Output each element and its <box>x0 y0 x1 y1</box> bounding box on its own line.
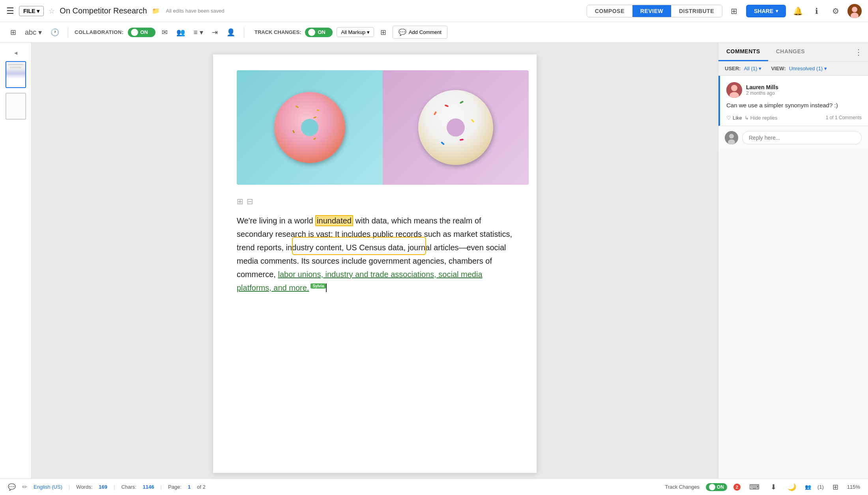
history-icon[interactable]: 🕐 <box>48 26 62 38</box>
hide-replies-button[interactable]: ↳ Hide replies <box>745 115 778 121</box>
track-changes-status-toggle[interactable]: ON <box>706 483 727 491</box>
indent-icon[interactable]: ⇥ <box>210 26 220 38</box>
user-filter-select[interactable]: All (1) ▾ <box>744 66 761 71</box>
table-view-icon[interactable]: ⊟ <box>247 197 253 206</box>
settings-icon[interactable]: ⚙ <box>829 4 843 18</box>
cursor <box>326 283 327 292</box>
moon-icon[interactable]: 🌙 <box>785 481 799 493</box>
star-icon[interactable]: ☆ <box>49 7 55 15</box>
filter-row: USER: All (1) ▾ VIEW: Unresolved (1) ▾ <box>718 62 868 76</box>
reply-input[interactable] <box>742 131 862 144</box>
panel-kebab-menu[interactable]: ⋮ <box>849 44 868 60</box>
highlighted-word[interactable]: inundated <box>315 215 353 226</box>
notification-icon[interactable]: 🔔 <box>791 4 805 18</box>
review-button[interactable]: REVIEW <box>632 5 671 17</box>
reply-area <box>718 126 868 149</box>
copy-icon[interactable]: ⊞ <box>378 26 389 38</box>
view-filter-select[interactable]: Unresolved (1) ▾ <box>789 66 827 71</box>
file-button[interactable]: FILE ▾ <box>19 6 44 16</box>
comment-count: 1 of 1 Comments <box>826 115 862 120</box>
sep1 <box>68 27 68 38</box>
changes-tab[interactable]: CHANGES <box>768 43 813 61</box>
user-filter-label: USER: <box>725 66 741 71</box>
heart-icon: ♡ <box>726 115 731 121</box>
mode-buttons: COMPOSE REVIEW DISTRIBUTE <box>587 5 722 17</box>
comment-text: Can we use a simpler synonym instead? :) <box>726 101 862 110</box>
words-count: 169 <box>99 484 107 490</box>
markup-chevron-icon: ▾ <box>367 29 370 35</box>
chars-label: Chars: <box>121 484 136 490</box>
share-users-icon[interactable]: 👥 <box>174 26 187 38</box>
doc-title: On Competitor Research <box>60 6 147 15</box>
markup-select[interactable]: All Markup ▾ <box>337 27 374 37</box>
info-icon[interactable]: ℹ <box>810 4 824 18</box>
page-thumb-2[interactable] <box>6 93 26 120</box>
sylvia-badge: Sylvia <box>311 283 326 289</box>
download-icon[interactable]: ⬇ <box>768 481 779 493</box>
track-toggle-label: ON <box>318 29 326 35</box>
toolbar: ⊞ abc ▾ 🕐 COLLABORATION: ON ✉ 👥 ≡ ▾ ⇥ 👤 … <box>0 22 868 43</box>
insert-table-icon[interactable]: ⊞ <box>237 197 243 206</box>
doc-area: ⊞ ⊟ We're living in a world inundated wi… <box>32 43 718 478</box>
comment-plus-icon: 💬 <box>398 28 406 36</box>
svg-point-7 <box>729 134 734 139</box>
present-icon[interactable]: ⊞ <box>727 4 741 18</box>
panel-tabs: COMMENTS CHANGES ⋮ <box>718 43 868 62</box>
page-current: 1 <box>188 484 191 490</box>
commenter-info: Lauren Mills 2 months ago <box>746 84 778 96</box>
spellcheck-icon[interactable]: abc ▾ <box>22 26 44 38</box>
commenter-name: Lauren Mills <box>746 84 778 90</box>
pink-donut <box>274 92 345 163</box>
collab-toggle[interactable]: ON <box>128 28 155 37</box>
top-nav: ☰ FILE ▾ ☆ On Competitor Research 📁 All … <box>0 0 868 22</box>
edit-icon[interactable]: ✏ <box>22 483 27 491</box>
track-toggle-knob <box>308 29 315 36</box>
chars-count: 1146 <box>143 484 154 490</box>
comments-tab[interactable]: COMMENTS <box>718 43 768 61</box>
collapse-sidebar-button[interactable]: ◂ <box>14 49 17 56</box>
track-toggle-knob <box>709 484 715 490</box>
page-total: of 2 <box>197 484 206 490</box>
track-label: TRACK CHANGES: <box>254 29 301 35</box>
page-thumb-1[interactable] <box>6 61 26 88</box>
like-button[interactable]: ♡ Like <box>726 115 742 121</box>
language-label[interactable]: English (US) <box>34 484 62 490</box>
list-icon[interactable]: ≡ ▾ <box>191 26 206 38</box>
chat-icon[interactable]: 💬 <box>8 483 16 491</box>
grid-view-icon[interactable]: ⊞ <box>830 481 841 493</box>
zoom-level[interactable]: 115% <box>847 484 860 490</box>
words-label: Words: <box>76 484 92 490</box>
track-changes-status-label: Track Changes <box>665 484 700 490</box>
comment-card: Lauren Mills 2 months ago Can we use a s… <box>718 76 868 126</box>
track-badge: 2 <box>733 484 741 491</box>
commenter-avatar <box>726 82 742 98</box>
status-bar: 💬 ✏ English (US) | Words: 169 | Chars: 1… <box>0 478 868 495</box>
comment-header: Lauren Mills 2 months ago <box>726 82 862 98</box>
hamburger-icon[interactable]: ☰ <box>6 6 14 16</box>
users-icon[interactable]: 👤 <box>224 26 238 38</box>
reply-avatar <box>725 131 738 144</box>
compose-button[interactable]: COMPOSE <box>587 5 632 17</box>
text-before-highlight: We're living in a world <box>237 216 315 225</box>
distribute-button[interactable]: DISTRIBUTE <box>671 5 722 17</box>
white-donut <box>418 90 493 165</box>
doc-image <box>237 70 529 185</box>
sep2 <box>244 27 244 38</box>
filter-chevron-icon: ▾ <box>759 66 761 71</box>
comment-time: 2 months ago <box>746 90 778 96</box>
table-icon-row: ⊞ ⊟ <box>237 197 513 206</box>
track-toggle[interactable]: ON <box>305 28 333 37</box>
keyboard-icon[interactable]: ⌨ <box>747 481 762 493</box>
share-button[interactable]: SHARE ▾ <box>746 5 786 17</box>
comment-actions: ♡ Like ↳ Hide replies 1 of 1 Comments <box>726 115 862 126</box>
collab-toggle-label: ON <box>140 29 148 35</box>
folder-icon[interactable]: 📁 <box>152 7 160 15</box>
file-chevron-icon: ▾ <box>37 8 39 14</box>
users-count: (1) <box>817 484 824 490</box>
avatar[interactable] <box>847 4 862 18</box>
email-icon[interactable]: ✉ <box>159 26 170 38</box>
view-filter-label: VIEW: <box>771 66 786 71</box>
view-icon[interactable]: ⊞ <box>8 26 19 38</box>
saved-status: All edits have been saved <box>166 8 224 14</box>
add-comment-button[interactable]: 💬 Add Comment <box>393 26 447 39</box>
